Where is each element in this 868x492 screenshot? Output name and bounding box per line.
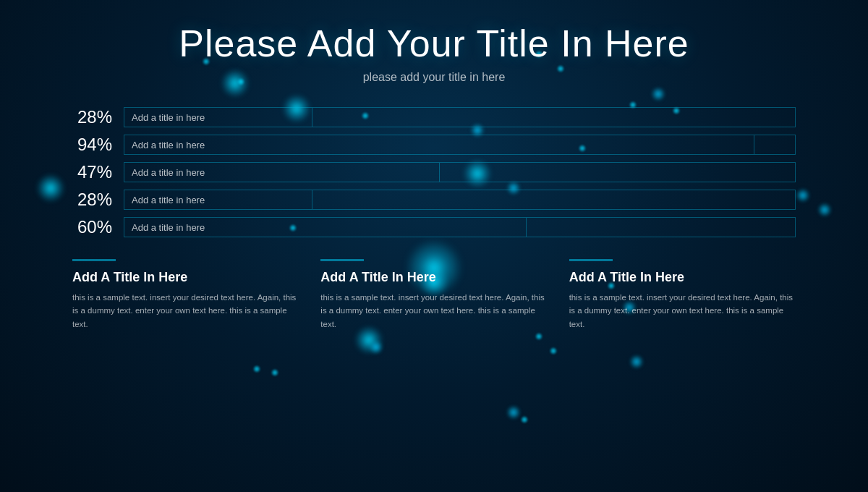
main-title: Please Add Your Title In Here	[72, 22, 796, 65]
main-content: Please Add Your Title In Here please add…	[0, 0, 868, 492]
bar-row-0: 28%Add a title in here	[72, 107, 796, 127]
card-body-0: this is a sample text. insert your desir…	[72, 291, 299, 331]
bar-percent-0: 28%	[72, 107, 112, 127]
bar-label-0: Add a title in here	[132, 112, 205, 123]
bar-row-3: 28%Add a title in here	[72, 190, 796, 210]
bar-label-2: Add a title in here	[132, 167, 205, 178]
bar-row-4: 60%Add a title in here	[72, 217, 796, 237]
bar-label-3: Add a title in here	[132, 195, 205, 205]
bar-track-1: Add a title in here	[124, 135, 796, 155]
bar-row-2: 47%Add a title in here	[72, 162, 796, 182]
card-body-2: this is a sample text. insert your desir…	[569, 291, 796, 331]
card-2: Add A Title In Herethis is a sample text…	[569, 259, 796, 331]
bar-label-4: Add a title in here	[132, 222, 205, 233]
bar-percent-1: 94%	[72, 135, 112, 155]
bar-row-1: 94%Add a title in here	[72, 135, 796, 155]
bar-percent-3: 28%	[72, 190, 112, 210]
bar-label-1: Add a title in here	[132, 140, 205, 150]
bottom-cards: Add A Title In Herethis is a sample text…	[72, 259, 796, 331]
bars-section: 28%Add a title in here94%Add a title in …	[72, 107, 796, 237]
bar-fill-1	[124, 135, 754, 154]
card-title-2: Add A Title In Here	[569, 270, 796, 285]
subtitle: please add your title in here	[72, 71, 796, 84]
bar-percent-2: 47%	[72, 162, 112, 182]
card-title-1: Add A Title In Here	[320, 270, 547, 285]
card-body-1: this is a sample text. insert your desir…	[320, 291, 547, 331]
bar-percent-4: 60%	[72, 217, 112, 237]
bar-track-3: Add a title in here	[124, 190, 796, 210]
card-0: Add A Title In Herethis is a sample text…	[72, 259, 299, 331]
card-line-0	[72, 259, 116, 261]
card-line-1	[320, 259, 364, 261]
card-line-2	[569, 259, 613, 261]
bar-track-2: Add a title in here	[124, 162, 796, 182]
bar-track-0: Add a title in here	[124, 107, 796, 127]
card-1: Add A Title In Herethis is a sample text…	[320, 259, 547, 331]
bar-track-4: Add a title in here	[124, 217, 796, 237]
card-title-0: Add A Title In Here	[72, 270, 299, 285]
